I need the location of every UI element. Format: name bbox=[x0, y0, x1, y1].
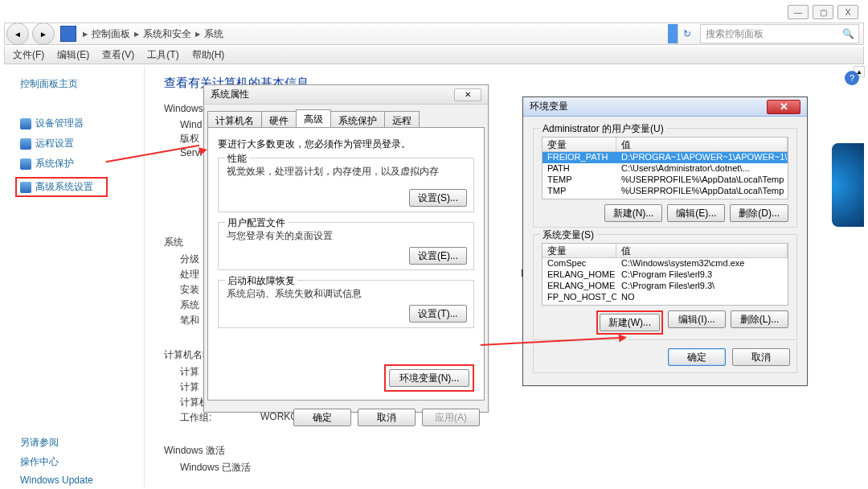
dialog-tabs: 计算机名 硬件 高级 系统保护 远程 bbox=[204, 105, 488, 127]
search-input[interactable]: 搜索控制面板 🔍 bbox=[700, 24, 859, 43]
dialog-title: 系统属性 bbox=[211, 88, 249, 101]
breadcrumb-item[interactable]: 系统和安全 bbox=[141, 27, 193, 41]
startup-recovery-title: 启动和故障恢复 bbox=[225, 274, 297, 288]
user-var-row[interactable]: TEMP%USERPROFILE%\AppData\Local\Temp bbox=[542, 175, 788, 186]
computer-name-row: 计算 bbox=[180, 365, 199, 379]
tab-advanced[interactable]: 高级 bbox=[296, 109, 331, 127]
user-profiles-body: 与您登录有关的桌面设置 bbox=[227, 229, 465, 243]
menubar: 文件(F) 编辑(E) 查看(V) 工具(T) 帮助(H) bbox=[4, 47, 864, 64]
explorer-toolbar: ◄ ► ▶ 控制面板 ▶ 系统和安全 ▶ 系统 ↻ 搜索控制面板 🔍 bbox=[4, 23, 864, 45]
user-profiles-title: 用户配置文件 bbox=[225, 216, 288, 230]
col-variable[interactable]: 变量 bbox=[542, 244, 616, 257]
menu-edit[interactable]: 编辑(E) bbox=[57, 48, 89, 62]
system-type-row: 系统 bbox=[180, 298, 199, 312]
sidebar-link-advanced-settings[interactable]: 高级系统设置 bbox=[20, 180, 103, 194]
cancel-button[interactable]: 取消 bbox=[358, 409, 416, 426]
admin-notice: 要进行大多数更改，您必须作为管理员登录。 bbox=[218, 138, 474, 151]
performance-body: 视觉效果，处理器计划，内存使用，以及虚拟内存 bbox=[227, 165, 465, 179]
user-profiles-group: 用户配置文件 与您登录有关的桌面设置 设置(E)... bbox=[218, 222, 474, 270]
nav-forward-button[interactable]: ► bbox=[32, 23, 55, 45]
minimize-button[interactable]: — bbox=[788, 5, 809, 19]
sys-delete-button[interactable]: 删除(L)... bbox=[731, 310, 788, 328]
env-cancel-button[interactable]: 取消 bbox=[732, 348, 790, 366]
shield-icon bbox=[20, 118, 31, 129]
col-variable[interactable]: 变量 bbox=[542, 138, 616, 151]
user-edit-button[interactable]: 编辑(E)... bbox=[667, 204, 725, 222]
refresh-icon[interactable]: ↻ bbox=[683, 28, 691, 39]
user-variables-group: Administrator 的用户变量(U) 变量值 FREIOR_PATHD:… bbox=[533, 128, 797, 228]
see-also-action-center[interactable]: 操作中心 bbox=[20, 455, 136, 469]
sidebar-link-advanced-highlight: 高级系统设置 bbox=[15, 177, 108, 197]
annotation-arrowhead bbox=[199, 146, 208, 155]
user-var-row[interactable]: FREIOR_PATHD:\PROGRA~1\APOWER~1\APOWER~1… bbox=[542, 152, 788, 163]
menu-file[interactable]: 文件(F) bbox=[13, 48, 44, 62]
sidebar-title[interactable]: 控制面板主页 bbox=[20, 77, 136, 91]
processor-row: 处理 bbox=[180, 268, 199, 281]
tab-remote[interactable]: 远程 bbox=[384, 111, 420, 129]
envvar-button-highlight: 环境变量(N)... bbox=[384, 364, 474, 392]
sys-edit-button[interactable]: 编辑(I)... bbox=[668, 310, 726, 328]
env-dialog-title: 环境变量 bbox=[530, 100, 568, 113]
activation-section-header: Windows 激活 bbox=[164, 444, 845, 458]
user-new-button[interactable]: 新建(N)... bbox=[604, 204, 663, 222]
performance-settings-button[interactable]: 设置(S)... bbox=[409, 189, 467, 207]
user-profiles-settings-button[interactable]: 设置(E)... bbox=[409, 247, 467, 265]
activation-line: Windows 已激活 bbox=[180, 461, 251, 475]
startup-recovery-body: 系统启动、系统失败和调试信息 bbox=[227, 287, 465, 301]
menu-help[interactable]: 帮助(H) bbox=[192, 48, 225, 62]
nav-back-button[interactable]: ◄ bbox=[6, 23, 29, 45]
startup-recovery-settings-button[interactable]: 设置(T)... bbox=[409, 305, 467, 323]
window-controls: — ▢ X bbox=[788, 5, 858, 19]
sidebar-link-system-protection[interactable]: 系统保护 bbox=[20, 157, 136, 171]
menu-tools[interactable]: 工具(T) bbox=[147, 48, 178, 62]
full-computer-name-row: 计算 bbox=[180, 380, 199, 394]
performance-group: 性能 视觉效果，处理器计划，内存使用，以及虚拟内存 设置(S)... bbox=[218, 158, 474, 212]
window-close-button[interactable]: X bbox=[837, 5, 858, 19]
tab-computer-name[interactable]: 计算机名 bbox=[207, 111, 262, 129]
shield-icon bbox=[20, 182, 31, 193]
chevron-right-icon[interactable]: ▶ bbox=[80, 31, 90, 38]
apply-button[interactable]: 应用(A) bbox=[422, 409, 480, 426]
ok-button[interactable]: 确定 bbox=[293, 409, 351, 426]
tab-hardware[interactable]: 硬件 bbox=[261, 111, 297, 129]
user-var-row[interactable]: TMP%USERPROFILE%\AppData\Local\Temp bbox=[542, 186, 788, 197]
breadcrumb-item[interactable]: 控制面板 bbox=[90, 27, 132, 41]
sys-var-row[interactable]: ERLANG_HOMEC:\Program Files\erl9.3\ bbox=[542, 281, 788, 292]
see-also-title: 另请参阅 bbox=[20, 436, 136, 450]
see-also-windows-update[interactable]: Windows Update bbox=[20, 475, 136, 486]
env-dialog-button-row: 确定 取消 bbox=[533, 342, 797, 373]
system-variables-list[interactable]: 变量值 ComSpecC:\Windows\system32\cmd.exe E… bbox=[542, 243, 788, 306]
user-variables-list[interactable]: 变量值 FREIOR_PATHD:\PROGRA~1\APOWER~1\APOW… bbox=[542, 137, 788, 199]
environment-variables-dialog: 环境变量 ✕ Administrator 的用户变量(U) 变量值 FREIOR… bbox=[522, 97, 808, 386]
user-var-row[interactable]: PATHC:\Users\Administrator\.dotnet\... bbox=[542, 163, 788, 175]
col-value[interactable]: 值 bbox=[616, 244, 788, 257]
sidebar-link-device-manager[interactable]: 设备管理器 bbox=[20, 117, 136, 130]
chevron-right-icon[interactable]: ▶ bbox=[193, 31, 203, 38]
chevron-right-icon[interactable]: ▶ bbox=[132, 31, 141, 38]
environment-variables-button[interactable]: 环境变量(N)... bbox=[389, 369, 469, 387]
sidebar: 控制面板主页 设备管理器 远程设置 系统保护 高级系统设置 另请参阅 操作中心 … bbox=[4, 66, 145, 487]
location-icon bbox=[60, 26, 76, 42]
env-ok-button[interactable]: 确定 bbox=[668, 348, 726, 366]
system-properties-dialog: 系统属性 ✕ 计算机名 硬件 高级 系统保护 远程 要进行大多数更改，您必须作为… bbox=[203, 84, 489, 413]
windows-edition-line: Wind bbox=[180, 119, 202, 130]
system-variables-group: 系统变量(S) 变量值 ComSpecC:\Windows\system32\c… bbox=[533, 234, 797, 340]
help-icon[interactable]: ? bbox=[845, 71, 859, 85]
sys-var-row[interactable]: ERLANG_HOMEC:\Program Files\erl9.3 bbox=[542, 269, 788, 281]
address-dropdown[interactable] bbox=[668, 24, 678, 43]
user-delete-button[interactable]: 删除(D)... bbox=[730, 204, 788, 222]
tab-system-protection[interactable]: 系统保护 bbox=[330, 111, 385, 129]
menu-view[interactable]: 查看(V) bbox=[102, 48, 134, 62]
sys-new-button[interactable]: 新建(W)... bbox=[600, 314, 660, 331]
shield-icon bbox=[20, 158, 31, 170]
memory-row: 安装 bbox=[180, 283, 199, 297]
sys-var-row[interactable]: FP_NO_HOST_C...NO bbox=[542, 292, 788, 303]
env-close-button[interactable]: ✕ bbox=[767, 100, 800, 114]
breadcrumb-item[interactable]: 系统 bbox=[203, 27, 225, 41]
maximize-button[interactable]: ▢ bbox=[813, 5, 833, 19]
dialog-titlebar: 系统属性 ✕ bbox=[204, 85, 488, 105]
sys-var-row[interactable]: ComSpecC:\Windows\system32\cmd.exe bbox=[542, 258, 788, 269]
dialog-close-button[interactable]: ✕ bbox=[454, 88, 481, 101]
sidebar-link-remote-settings[interactable]: 远程设置 bbox=[20, 137, 136, 150]
col-value[interactable]: 值 bbox=[616, 138, 788, 151]
